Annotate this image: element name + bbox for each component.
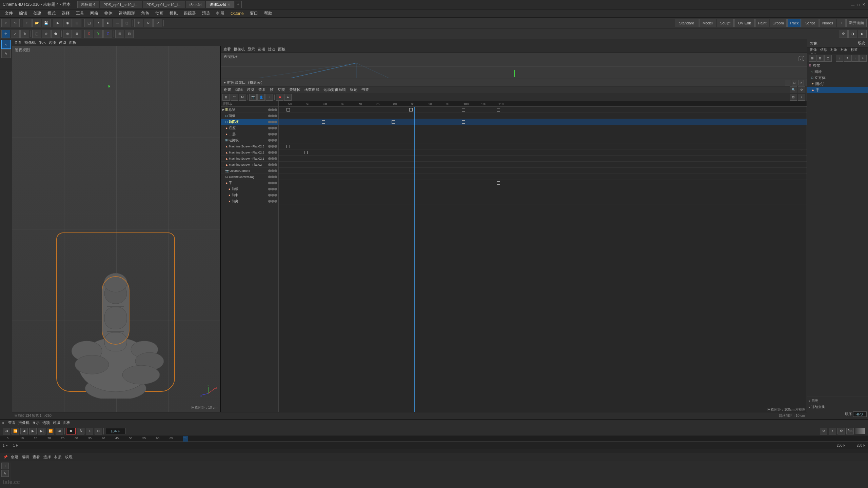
toolbar-new[interactable]: □ [23,19,32,27]
menu-tracker[interactable]: 跟踪器 [181,10,199,17]
bvp-filter[interactable]: 过滤 [53,420,60,425]
rp-tool-down2[interactable]: ⇓ [859,55,867,62]
menu-mode[interactable]: 模式 [45,10,58,17]
vprnav-filter[interactable]: 过滤 [268,47,275,52]
tl-auto-key[interactable]: A [284,94,292,101]
playback-prev-key[interactable]: ⏪ [12,428,19,434]
fps-display[interactable]: HP8 [853,411,867,417]
vprnav-camera[interactable]: 摄像机 [234,47,245,52]
menu-animate[interactable]: 动画 [153,10,166,17]
tl-menu-keyframe[interactable]: 关键帧 [288,87,302,92]
tab-1[interactable]: PDS_ep01_sc19_li... [100,1,142,8]
layout-groom[interactable]: Groom [770,19,787,27]
tl-menu-markers[interactable]: 标记 [349,87,359,92]
tab-4-active[interactable]: 讲课1.c4d ✕ [206,1,234,8]
toolbar-render-view[interactable]: ▶ [54,19,62,27]
tl-btn-dopesheet[interactable]: ⊞ [222,94,230,101]
editor-view[interactable]: 查看 [31,454,41,460]
editor-material[interactable]: 材质 [53,454,63,460]
vprnav-options[interactable]: 选项 [258,47,265,52]
editor-select[interactable]: 选择 [42,454,52,460]
layout-track[interactable]: Track [787,19,801,27]
layout-startup[interactable]: 新开面面 [846,19,867,27]
vpnav-camera[interactable]: 摄像机 [24,40,36,45]
rp-tool-2[interactable]: ⊟ [816,55,824,62]
rp-tool-down[interactable]: ↓ [851,55,859,62]
track-11[interactable]: 🏷 OctaneCameraTag [221,174,278,180]
vpnav-view[interactable]: 查看 [14,40,22,45]
persp-nav-cube[interactable]: F [797,54,806,62]
track-10[interactable]: 📷 OctaneCamera [221,168,278,174]
mat-tool-1[interactable]: + [1,463,9,469]
frame-ruler[interactable]: 5 10 15 20 25 30 35 40 45 50 55 60 65 70 [0,436,868,442]
tl-settings-btn[interactable]: ⚙ [798,86,805,93]
tl-search-btn[interactable]: 🔍 [790,86,797,93]
tl-zoom-in[interactable]: + [798,94,805,101]
toolbar-mode-vertex[interactable]: ● [103,19,112,27]
menu-mograph[interactable]: 运动图形 [116,10,138,17]
tl-menu-edit[interactable]: 编辑 [234,87,244,92]
bvp-panel[interactable]: 面板 [63,420,70,425]
bvp-display[interactable]: 显示 [32,420,40,425]
toolbar-redo[interactable]: ↪ [11,19,20,27]
playback-next-frame[interactable]: ▶| [38,428,45,434]
menu-edit[interactable]: 编辑 [16,10,30,17]
mat-tool-2[interactable]: ✎ [1,470,9,477]
menu-create[interactable]: 创建 [31,10,44,17]
rp-tool-1[interactable]: ⊞ [809,55,816,62]
kf-0-110[interactable] [497,108,500,111]
menu-help[interactable]: 帮助 [261,10,275,17]
editor-pin[interactable]: 📌 [2,454,9,460]
layout-paint[interactable]: Paint [755,19,769,27]
transport-settings[interactable]: ⚙ [837,428,845,434]
track-5[interactable]: ⊞ 电路板 [221,137,278,143]
menu-mesh[interactable]: 网格 [87,10,101,17]
vpnav-options[interactable]: 选项 [48,40,56,45]
vpnav-panel[interactable]: 面板 [69,40,76,45]
kf-0-85[interactable] [409,108,413,111]
render-active[interactable]: ▶ [858,30,867,38]
viewport-3d[interactable]: 透视视图 [12,46,221,412]
scene-obj-cube[interactable]: □ 立方体 [807,75,868,81]
tool-rotate[interactable]: ↻ [20,30,29,38]
tl-btn-fcurve[interactable]: 〜 [231,94,238,101]
tl-close[interactable]: ✕ [798,80,804,85]
tool-scale[interactable]: ⤢ [11,30,20,38]
timeline-ruler[interactable]: 50 55 60 65 70 75 80 85 90 95 [279,101,807,107]
rp-tool-up2[interactable]: ⇑ [844,55,851,62]
layout-model[interactable]: Model [699,19,716,27]
tl-btn-add[interactable]: + [265,94,273,101]
layout-add[interactable]: + [837,19,846,27]
tab-3[interactable]: t3c.c4d [186,1,205,8]
toolbar-rotate[interactable]: ↻ [144,19,153,27]
toolbar-open[interactable]: 📂 [32,19,41,27]
track-6[interactable]: ▲ Machine Screw - Flat 02.3 [221,143,278,149]
editor-texture[interactable]: 纹理 [64,454,74,460]
track-9[interactable]: ▲ Machine Screw - Flat 02 [221,162,278,168]
tool-pen[interactable]: ✎ [1,49,11,58]
tl-menu-filter[interactable]: 过滤 [245,87,256,92]
tl-maximize[interactable]: □ [792,80,797,85]
kf-0-100[interactable] [462,108,465,111]
ipr-render[interactable]: ◑ [848,30,857,38]
playback-next-key[interactable]: ⏩ [47,428,54,434]
playback-play[interactable]: ▶ [29,428,37,434]
menu-object[interactable]: 物体 [102,10,115,17]
toolbar-render-active[interactable]: ◉ [63,19,72,27]
playback-opt1[interactable]: ○ [86,428,93,434]
track-2[interactable]: ⊟ 前面板 [221,119,278,125]
track-8[interactable]: ▲ Machine Screw - Flat 02.1 [221,156,278,162]
layout-standard[interactable]: Standard [675,19,698,27]
rp-tab-tag[interactable]: 标签 [849,47,859,52]
kf-6-50[interactable] [287,145,290,148]
coord-local[interactable]: ⊞ [115,30,124,38]
tab-close-btn[interactable]: ✕ [228,3,230,6]
toolbar-move[interactable]: ✛ [134,19,143,27]
playback-goto-end[interactable]: ⏭ [56,428,63,434]
tl-btn-camera[interactable]: 📷 [249,94,257,101]
track-0-expand[interactable]: ▶ [222,108,224,111]
scene-obj-torus[interactable]: ○ 圆环 [807,68,868,75]
tl-btn-motion[interactable]: M [239,94,246,101]
menu-window[interactable]: 窗口 [247,10,261,17]
track-13[interactable]: ▲ 前根 [221,186,278,192]
